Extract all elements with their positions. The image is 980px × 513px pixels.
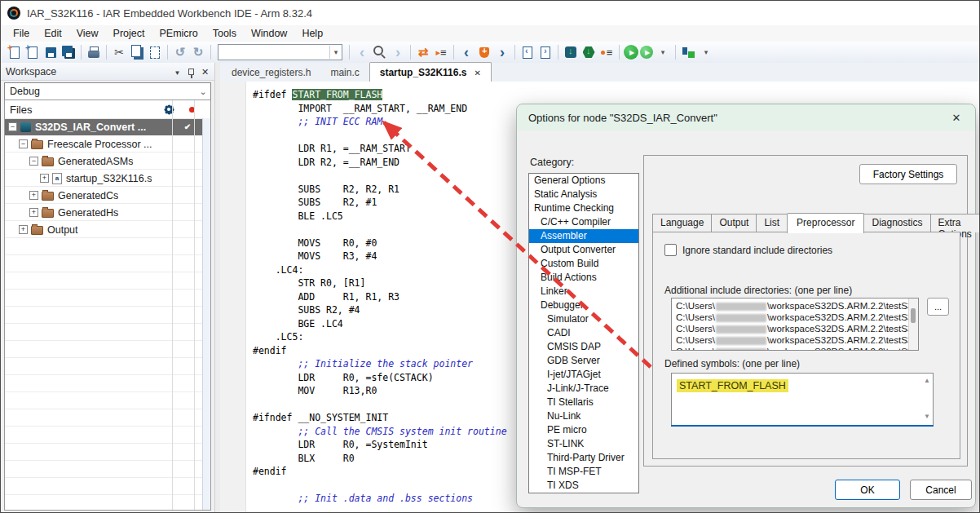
category-j-link-j-trace[interactable]: J-Link/J-Trace [529, 382, 638, 396]
menu-item-view[interactable]: View [69, 26, 106, 41]
expand-icon[interactable] [40, 174, 49, 183]
ignore-standard-include-checkbox[interactable] [664, 244, 677, 256]
category-general-options[interactable]: General Options [529, 174, 638, 188]
editor-tab-startup-s32k116-s[interactable]: startup_S32K116.s [369, 62, 492, 82]
scroll-up-icon[interactable] [924, 377, 930, 384]
defined-symbols-input[interactable]: START_FROM_FLASH [671, 373, 934, 426]
editor-tab-main-c[interactable]: main.c [320, 63, 369, 82]
category-c-c-compiler[interactable]: C/C++ Compiler [529, 215, 638, 229]
menu-item-edit[interactable]: Edit [37, 26, 69, 41]
find-next-icon[interactable] [390, 44, 406, 60]
menu-item-file[interactable]: File [6, 26, 37, 41]
category-static-analysis[interactable]: Static Analysis [529, 188, 638, 201]
toolbar-overflow-icon[interactable] [655, 44, 671, 60]
tab-diagnostics[interactable]: Diagnostics [863, 214, 930, 232]
collapse-icon[interactable] [29, 157, 38, 166]
print-icon[interactable] [86, 44, 102, 60]
category-st-link[interactable]: ST-LINK [529, 437, 638, 451]
copy-icon[interactable] [129, 44, 145, 60]
expand-icon[interactable] [19, 225, 28, 234]
category-linker[interactable]: Linker [529, 285, 638, 299]
category-debugger[interactable]: Debugger [529, 299, 638, 312]
panel-menu-icon[interactable] [171, 67, 183, 79]
scroll-down-icon[interactable] [924, 413, 930, 420]
find-previous-icon[interactable] [354, 44, 370, 60]
bookmark-prev-icon[interactable] [458, 44, 475, 60]
category-nu-link[interactable]: Nu-Link [529, 409, 638, 423]
category-third-party-driver[interactable]: Third-Party Driver [529, 451, 638, 465]
make-icon[interactable] [563, 44, 579, 60]
close-icon[interactable] [199, 66, 211, 78]
page-forward-icon[interactable] [537, 44, 554, 60]
menu-item-project[interactable]: Project [106, 26, 152, 41]
paste-icon[interactable] [147, 44, 163, 60]
page-back-icon[interactable] [519, 44, 536, 60]
config-selector[interactable]: Debug [4, 82, 211, 100]
category-pe-micro[interactable]: PE micro [529, 423, 638, 437]
category-assembler[interactable]: Assembler [529, 229, 638, 243]
tab-preprocessor[interactable]: Preprocessor [787, 213, 864, 233]
search-combo-box[interactable] [218, 44, 342, 60]
search-combo-value[interactable] [219, 46, 329, 59]
category-simulator[interactable]: Simulator [529, 312, 638, 326]
tab-list[interactable]: List [756, 214, 788, 232]
find-icon[interactable] [372, 44, 388, 60]
include-scrollbar[interactable] [908, 299, 918, 350]
expand-icon[interactable] [29, 208, 38, 217]
tree-item-generatedcs[interactable]: GeneratedCs [5, 187, 203, 204]
menu-item-help[interactable]: Help [294, 26, 330, 41]
debug-list-icon[interactable] [598, 44, 615, 60]
tree-item-s32ds-iar-convert[interactable]: S32DS_IAR_Convert ...✔ [5, 118, 203, 135]
goto-list-icon[interactable] [433, 44, 449, 60]
category-cadi[interactable]: CADI [529, 326, 638, 340]
cancel-button[interactable]: Cancel [910, 480, 972, 500]
dialog-close-icon[interactable] [949, 112, 964, 124]
factory-settings-button[interactable]: Factory Settings [859, 164, 957, 184]
new-document-icon[interactable] [7, 44, 23, 60]
include-directories-input[interactable]: C:\Users\\workspaceS32DS.ARM.2.2\testS32… [671, 298, 919, 351]
flash-programmer-icon[interactable] [680, 44, 696, 60]
run-icon[interactable] [624, 45, 638, 60]
pin-icon[interactable] [185, 67, 197, 79]
collapse-icon[interactable] [19, 139, 28, 148]
browse-button[interactable]: ... [927, 298, 949, 316]
category-ti-stellaris[interactable]: TI Stellaris [529, 396, 638, 409]
download-all-icon[interactable] [580, 44, 597, 60]
tab-close-icon[interactable] [474, 67, 480, 78]
toolbar-overflow-2-icon[interactable] [698, 44, 714, 60]
cut-icon[interactable] [111, 44, 127, 60]
ok-button[interactable]: OK [835, 480, 900, 500]
files-scrollbar[interactable] [202, 118, 210, 510]
tree-item-generatedasms[interactable]: GeneratedASMs [5, 153, 203, 170]
run-to-cursor-icon[interactable] [640, 46, 653, 59]
category-ti-xds[interactable]: TI XDS [529, 479, 638, 493]
category-i-jet-jtagjet[interactable]: I-jet/JTAGjet [529, 368, 638, 382]
category-cmsis-dap[interactable]: CMSIS DAP [529, 340, 638, 354]
tree-item-generatedhs[interactable]: GeneratedHs [5, 204, 203, 221]
collapse-icon[interactable] [8, 122, 17, 131]
menu-item-tools[interactable]: Tools [205, 26, 244, 41]
undo-icon[interactable] [172, 44, 188, 60]
open-document-icon[interactable] [24, 44, 41, 60]
tree-item-freescale-processor[interactable]: Freescale Processor ... [5, 135, 203, 153]
tab-language[interactable]: Language [652, 214, 712, 232]
tab-output[interactable]: Output [711, 214, 757, 232]
toggle-bookmark-icon[interactable] [476, 44, 492, 60]
category-output-converter[interactable]: Output Converter [529, 243, 638, 257]
editor-tab-device-registers-h[interactable]: device_registers.h [222, 63, 320, 82]
save-all-icon[interactable] [60, 44, 77, 60]
category-gdb-server[interactable]: GDB Server [529, 354, 638, 368]
tree-item-output[interactable]: Output [5, 221, 203, 238]
save-icon[interactable] [42, 44, 59, 60]
bookmark-next-icon[interactable] [494, 44, 510, 60]
category-build-actions[interactable]: Build Actions [529, 271, 638, 285]
category-ti-msp-fet[interactable]: TI MSP-FET [529, 465, 638, 479]
toggle-source-icon[interactable] [415, 44, 431, 60]
expand-icon[interactable] [29, 191, 38, 200]
menu-item-pemicro[interactable]: PEmicro [152, 26, 205, 41]
redo-icon[interactable] [190, 44, 206, 60]
chevron-down-icon[interactable] [329, 46, 342, 59]
tab-extra-options[interactable]: Extra Options [930, 214, 980, 232]
scrollbar-thumb[interactable] [911, 308, 916, 323]
category-custom-build[interactable]: Custom Build [529, 257, 638, 271]
